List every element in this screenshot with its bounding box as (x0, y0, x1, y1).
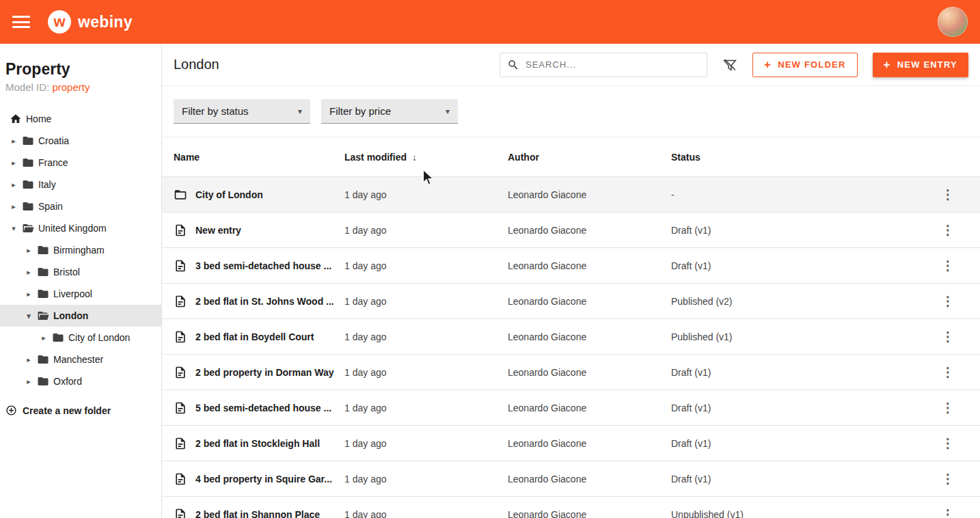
table-row[interactable]: 2 bed flat in Stockleigh Hall 1 day ago … (162, 426, 980, 461)
entry-status: Draft (v1) (671, 260, 927, 271)
chevron-icon[interactable]: ▸ (10, 159, 18, 167)
entry-modified: 1 day ago (344, 331, 508, 342)
column-header-status[interactable]: Status (671, 152, 927, 163)
row-menu-button[interactable]: ⋮ (936, 433, 960, 453)
entry-modified: 1 day ago (344, 225, 508, 236)
chevron-down-icon: ▾ (446, 107, 450, 116)
folder-tree-item[interactable]: ▸ France (0, 152, 161, 174)
folder-tree-item[interactable]: ▸ Croatia (0, 130, 161, 152)
folder-tree-item-label: London (53, 310, 88, 321)
plus-icon: + (884, 59, 891, 70)
webiny-logo-icon: w (48, 10, 71, 33)
menu-button[interactable] (12, 16, 30, 28)
table-row[interactable]: 2 bed property in Dorman Way 1 day ago L… (162, 355, 980, 390)
folder-tree-item[interactable]: ▸ Spain (0, 195, 161, 217)
folder-icon (22, 135, 34, 147)
create-folder-label: Create a new folder (23, 405, 111, 416)
new-folder-button[interactable]: + NEW FOLDER (752, 53, 858, 77)
entry-author: Leonardo Giacone (508, 509, 671, 518)
row-menu-button[interactable]: ⋮ (936, 256, 960, 275)
table-row[interactable]: 5 bed semi-detached house ... 1 day ago … (162, 390, 980, 426)
table-row[interactable]: 4 bed property in Squire Gar... 1 day ag… (162, 461, 980, 497)
entry-name: 3 bed semi-detached house ... (195, 260, 331, 271)
filters-row: Filter by status ▾ Filter by price ▾ (162, 86, 980, 137)
search-icon (507, 59, 519, 71)
folder-tree-item[interactable]: ▸ Birmingham (0, 239, 161, 261)
table-row[interactable]: New entry 1 day ago Leonardo Giacone Dra… (162, 213, 980, 248)
column-header-name[interactable]: Name (174, 152, 344, 163)
entry-name: 2 bed property in Dorman Way (195, 367, 334, 378)
entry-author: Leonardo Giacone (508, 189, 671, 200)
chevron-icon[interactable]: ▾ (25, 312, 33, 321)
sort-desc-icon[interactable]: ↓ (412, 152, 417, 163)
filter-off-icon[interactable] (722, 57, 737, 72)
folder-tree-item-label: Bristol (53, 267, 80, 277)
chevron-icon[interactable]: ▸ (10, 137, 18, 146)
row-menu-button[interactable]: ⋮ (936, 220, 960, 240)
folder-tree-item-label: Manchester (53, 354, 103, 365)
table-row[interactable]: 2 bed flat in St. Johns Wood ... 1 day a… (162, 284, 980, 319)
search-input[interactable] (526, 59, 700, 70)
folder-tree-item[interactable]: Home (0, 108, 161, 130)
file-icon (174, 472, 187, 486)
row-menu-button[interactable]: ⋮ (936, 291, 960, 311)
folder-tree-item[interactable]: ▸ Bristol (0, 261, 161, 283)
plus-icon: + (764, 59, 772, 70)
chevron-icon[interactable]: ▸ (25, 246, 33, 255)
folder-tree-item-label: Spain (38, 201, 63, 212)
circle-plus-icon (5, 405, 17, 416)
header-actions: + NEW FOLDER + NEW ENTRY (500, 53, 968, 77)
chevron-icon[interactable]: ▸ (25, 377, 33, 386)
folder-tree-item[interactable]: ▾ United Kingdom (0, 217, 161, 239)
main-content: London + NEW FOLDER + NEW ENTRY Fil (162, 44, 980, 518)
webiny-logo[interactable]: w webiny (48, 10, 133, 33)
column-header-modified[interactable]: Last modified ↓ (344, 152, 508, 163)
filter-by-price-select[interactable]: Filter by price ▾ (321, 99, 458, 124)
new-folder-label: NEW FOLDER (778, 59, 845, 70)
chevron-icon[interactable]: ▸ (10, 202, 18, 211)
chevron-icon[interactable]: ▸ (25, 290, 33, 299)
folder-tree-item[interactable]: ▸ Oxford (0, 370, 161, 392)
file-icon (174, 508, 187, 518)
folder-tree-item[interactable]: ▸ Liverpool (0, 283, 161, 305)
row-menu-button[interactable]: ⋮ (936, 398, 960, 418)
chevron-icon[interactable]: ▸ (25, 355, 33, 364)
create-folder-button[interactable]: Create a new folder (0, 405, 161, 416)
current-folder-title: London (174, 57, 219, 72)
folder-tree-item-label: Liverpool (53, 288, 92, 299)
entry-author: Leonardo Giacone (508, 367, 671, 378)
entry-status: - (671, 189, 927, 200)
column-header-author[interactable]: Author (508, 152, 671, 163)
chevron-icon[interactable]: ▾ (10, 224, 18, 233)
entry-author: Leonardo Giacone (508, 260, 671, 271)
row-menu-button[interactable]: ⋮ (936, 362, 960, 382)
model-id-value[interactable]: property (52, 81, 90, 93)
folder-tree-item[interactable]: ▸ Italy (0, 174, 161, 195)
folder-tree-item[interactable]: ▸ Manchester (0, 349, 161, 370)
entry-author: Leonardo Giacone (508, 331, 671, 342)
folder-tree-item[interactable]: ▾ London (0, 305, 161, 327)
row-menu-button[interactable]: ⋮ (936, 185, 960, 204)
new-entry-button[interactable]: + NEW ENTRY (873, 53, 968, 77)
row-menu-button[interactable]: ⋮ (936, 327, 960, 346)
model-title: Property (0, 60, 161, 79)
folder-tree-item-label: United Kingdom (38, 223, 107, 234)
folder-tree-item[interactable]: ▸ City of London (0, 327, 161, 349)
folder-icon (37, 266, 49, 278)
table-row[interactable]: 2 bed flat in Shannon Place 1 day ago Le… (162, 497, 980, 518)
filter-by-status-select[interactable]: Filter by status ▾ (174, 99, 310, 124)
chevron-icon[interactable]: ▸ (40, 333, 48, 342)
chevron-icon[interactable]: ▸ (10, 180, 18, 189)
table-body: City of London 1 day ago Leonardo Giacon… (162, 177, 980, 518)
table-row[interactable]: City of London 1 day ago Leonardo Giacon… (162, 177, 980, 213)
avatar[interactable] (938, 7, 968, 37)
table-row[interactable]: 2 bed flat in Boydell Court 1 day ago Le… (162, 319, 980, 355)
file-icon (174, 295, 187, 308)
chevron-icon[interactable]: ▸ (25, 268, 33, 277)
row-menu-button[interactable]: ⋮ (936, 469, 960, 489)
row-menu-button[interactable]: ⋮ (936, 504, 960, 518)
model-id: Model ID: property (0, 79, 161, 100)
folder-tree: Home ▸ Croatia ▸ France ▸ Italy ▸ Spain … (0, 108, 161, 392)
table-row[interactable]: 3 bed semi-detached house ... 1 day ago … (162, 248, 980, 284)
folder-tree-item-label: Home (26, 113, 51, 124)
